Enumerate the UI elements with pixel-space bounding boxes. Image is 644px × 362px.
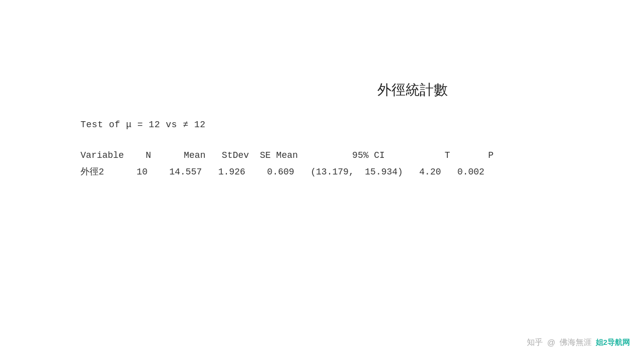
watermark: 知乎 @ 佛海無涯 姐2导航网 xyxy=(527,337,630,348)
watermark-at: @ xyxy=(547,338,555,347)
test-hypothesis-line: Test of μ = 12 vs ≠ 12 xyxy=(80,120,206,130)
page-title: 外徑統計數 xyxy=(377,80,448,100)
watermark-user: 佛海無涯 xyxy=(559,337,592,348)
statistics-table: Variable N Mean StDev SE Mean 95% CI T P… xyxy=(80,148,494,179)
watermark-site: 姐2导航网 xyxy=(596,338,630,347)
table-row: 外徑2 10 14.557 1.926 0.609 (13.179, 15.93… xyxy=(80,164,494,180)
table-header: Variable N Mean StDev SE Mean 95% CI T P xyxy=(80,148,494,163)
watermark-platform: 知乎 xyxy=(527,337,543,348)
